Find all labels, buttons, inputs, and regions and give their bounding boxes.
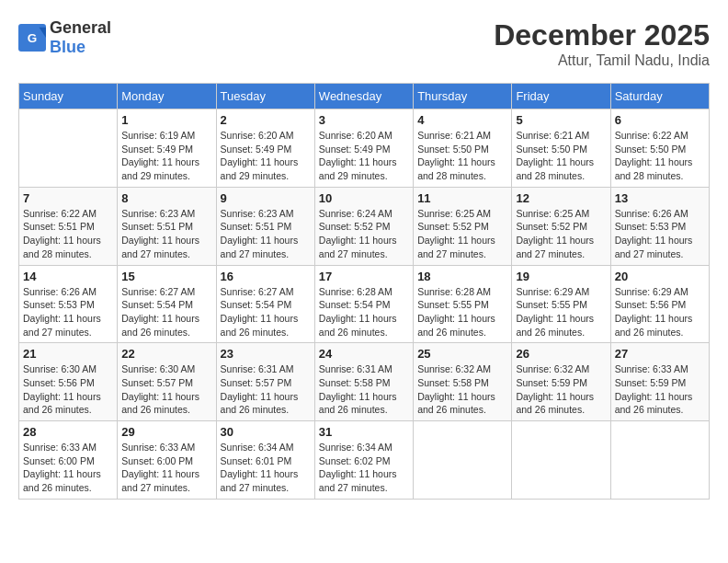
logo-text: General bbox=[50, 18, 111, 37]
day-cell: 5Sunrise: 6:21 AMSunset: 5:50 PMDaylight… bbox=[512, 109, 610, 188]
day-number: 10 bbox=[319, 191, 409, 205]
day-header-monday: Monday bbox=[118, 84, 216, 109]
day-cell: 12Sunrise: 6:25 AMSunset: 5:52 PMDayligh… bbox=[512, 187, 610, 265]
day-info: Sunrise: 6:22 AMSunset: 5:51 PMDaylight:… bbox=[23, 207, 113, 261]
day-info: Sunrise: 6:34 AMSunset: 6:01 PMDaylight:… bbox=[221, 441, 311, 495]
title-block: December 2025 Attur, Tamil Nadu, India bbox=[494, 18, 710, 69]
day-cell: 16Sunrise: 6:27 AMSunset: 5:54 PMDayligh… bbox=[216, 265, 314, 343]
location-subtitle: Attur, Tamil Nadu, India bbox=[494, 52, 710, 69]
day-cell: 25Sunrise: 6:32 AMSunset: 5:58 PMDayligh… bbox=[414, 343, 512, 421]
day-cell: 21Sunrise: 6:30 AMSunset: 5:56 PMDayligh… bbox=[19, 343, 118, 421]
day-cell: 26Sunrise: 6:32 AMSunset: 5:59 PMDayligh… bbox=[512, 343, 610, 421]
day-number: 6 bbox=[615, 113, 705, 127]
day-info: Sunrise: 6:28 AMSunset: 5:54 PMDaylight:… bbox=[319, 285, 409, 339]
day-number: 20 bbox=[615, 270, 705, 283]
day-cell: 27Sunrise: 6:33 AMSunset: 5:59 PMDayligh… bbox=[610, 343, 709, 421]
calendar-body: 1Sunrise: 6:19 AMSunset: 5:49 PMDaylight… bbox=[19, 109, 710, 500]
day-cell bbox=[414, 421, 512, 500]
day-header-friday: Friday bbox=[512, 84, 610, 109]
day-number: 12 bbox=[516, 191, 606, 205]
day-number: 26 bbox=[516, 347, 606, 361]
day-number: 27 bbox=[615, 347, 705, 361]
day-info: Sunrise: 6:34 AMSunset: 6:02 PMDaylight:… bbox=[319, 441, 409, 495]
day-info: Sunrise: 6:33 AMSunset: 6:00 PMDaylight:… bbox=[23, 441, 113, 495]
week-row-4: 21Sunrise: 6:30 AMSunset: 5:56 PMDayligh… bbox=[19, 343, 710, 421]
day-number: 5 bbox=[516, 113, 606, 127]
day-info: Sunrise: 6:29 AMSunset: 5:55 PMDaylight:… bbox=[516, 285, 606, 339]
day-cell: 24Sunrise: 6:31 AMSunset: 5:58 PMDayligh… bbox=[314, 343, 413, 421]
day-number: 24 bbox=[319, 347, 409, 361]
day-number: 1 bbox=[121, 113, 211, 127]
day-info: Sunrise: 6:22 AMSunset: 5:50 PMDaylight:… bbox=[615, 129, 705, 183]
day-header-tuesday: Tuesday bbox=[216, 84, 314, 109]
day-cell bbox=[512, 421, 610, 500]
day-info: Sunrise: 6:30 AMSunset: 5:57 PMDaylight:… bbox=[121, 362, 211, 417]
day-number: 7 bbox=[23, 191, 113, 205]
day-header-sunday: Sunday bbox=[19, 84, 118, 109]
logo: G General Blue bbox=[18, 18, 111, 57]
day-cell: 14Sunrise: 6:26 AMSunset: 5:53 PMDayligh… bbox=[19, 265, 118, 343]
month-title: December 2025 bbox=[494, 18, 710, 52]
day-info: Sunrise: 6:24 AMSunset: 5:52 PMDaylight:… bbox=[319, 207, 409, 261]
day-info: Sunrise: 6:19 AMSunset: 5:49 PMDaylight:… bbox=[121, 129, 211, 183]
day-cell: 7Sunrise: 6:22 AMSunset: 5:51 PMDaylight… bbox=[19, 187, 118, 265]
day-info: Sunrise: 6:26 AMSunset: 5:53 PMDaylight:… bbox=[23, 285, 113, 339]
day-number: 19 bbox=[516, 270, 606, 283]
day-info: Sunrise: 6:31 AMSunset: 5:57 PMDaylight:… bbox=[221, 362, 311, 417]
day-cell bbox=[19, 109, 118, 188]
day-number: 4 bbox=[417, 113, 507, 127]
day-cell: 20Sunrise: 6:29 AMSunset: 5:56 PMDayligh… bbox=[610, 265, 709, 343]
day-info: Sunrise: 6:23 AMSunset: 5:51 PMDaylight:… bbox=[121, 207, 211, 261]
day-info: Sunrise: 6:20 AMSunset: 5:49 PMDaylight:… bbox=[319, 129, 409, 183]
day-cell: 31Sunrise: 6:34 AMSunset: 6:02 PMDayligh… bbox=[314, 421, 413, 500]
day-info: Sunrise: 6:25 AMSunset: 5:52 PMDaylight:… bbox=[417, 207, 507, 261]
day-number: 14 bbox=[23, 270, 113, 283]
day-cell: 18Sunrise: 6:28 AMSunset: 5:55 PMDayligh… bbox=[414, 265, 512, 343]
day-info: Sunrise: 6:26 AMSunset: 5:53 PMDaylight:… bbox=[615, 207, 705, 261]
day-info: Sunrise: 6:28 AMSunset: 5:55 PMDaylight:… bbox=[417, 285, 507, 339]
day-cell: 8Sunrise: 6:23 AMSunset: 5:51 PMDaylight… bbox=[118, 187, 216, 265]
day-number: 31 bbox=[319, 425, 409, 439]
logo-icon: G bbox=[18, 24, 46, 52]
day-number: 17 bbox=[319, 270, 409, 283]
day-cell: 23Sunrise: 6:31 AMSunset: 5:57 PMDayligh… bbox=[216, 343, 314, 421]
day-info: Sunrise: 6:23 AMSunset: 5:51 PMDaylight:… bbox=[221, 207, 311, 261]
day-number: 8 bbox=[121, 191, 211, 205]
day-headers-row: SundayMondayTuesdayWednesdayThursdayFrid… bbox=[19, 84, 710, 109]
day-number: 13 bbox=[615, 191, 705, 205]
day-number: 29 bbox=[121, 425, 211, 439]
day-number: 28 bbox=[23, 425, 113, 439]
day-number: 23 bbox=[221, 347, 311, 361]
day-info: Sunrise: 6:30 AMSunset: 5:56 PMDaylight:… bbox=[23, 362, 113, 417]
week-row-2: 7Sunrise: 6:22 AMSunset: 5:51 PMDaylight… bbox=[19, 187, 710, 265]
day-info: Sunrise: 6:27 AMSunset: 5:54 PMDaylight:… bbox=[221, 285, 311, 339]
day-number: 25 bbox=[417, 347, 507, 361]
week-row-5: 28Sunrise: 6:33 AMSunset: 6:00 PMDayligh… bbox=[19, 421, 710, 500]
page-header: G General Blue December 2025 Attur, Tami… bbox=[18, 18, 710, 69]
day-number: 18 bbox=[417, 270, 507, 283]
day-number: 9 bbox=[221, 191, 311, 205]
day-cell: 1Sunrise: 6:19 AMSunset: 5:49 PMDaylight… bbox=[118, 109, 216, 188]
day-cell: 15Sunrise: 6:27 AMSunset: 5:54 PMDayligh… bbox=[118, 265, 216, 343]
day-info: Sunrise: 6:21 AMSunset: 5:50 PMDaylight:… bbox=[516, 129, 606, 183]
day-cell: 13Sunrise: 6:26 AMSunset: 5:53 PMDayligh… bbox=[610, 187, 709, 265]
calendar-table: SundayMondayTuesdayWednesdayThursdayFrid… bbox=[18, 83, 710, 500]
day-cell: 10Sunrise: 6:24 AMSunset: 5:52 PMDayligh… bbox=[314, 187, 413, 265]
day-header-saturday: Saturday bbox=[610, 84, 709, 109]
day-info: Sunrise: 6:29 AMSunset: 5:56 PMDaylight:… bbox=[615, 285, 705, 339]
day-cell: 29Sunrise: 6:33 AMSunset: 6:00 PMDayligh… bbox=[118, 421, 216, 500]
day-number: 11 bbox=[417, 191, 507, 205]
svg-text:G: G bbox=[28, 31, 38, 45]
day-cell: 11Sunrise: 6:25 AMSunset: 5:52 PMDayligh… bbox=[414, 187, 512, 265]
day-info: Sunrise: 6:25 AMSunset: 5:52 PMDaylight:… bbox=[516, 207, 606, 261]
day-info: Sunrise: 6:32 AMSunset: 5:59 PMDaylight:… bbox=[516, 362, 606, 417]
day-number: 3 bbox=[319, 113, 409, 127]
day-header-thursday: Thursday bbox=[414, 84, 512, 109]
day-info: Sunrise: 6:20 AMSunset: 5:49 PMDaylight:… bbox=[221, 129, 311, 183]
day-number: 21 bbox=[23, 347, 113, 361]
day-cell: 17Sunrise: 6:28 AMSunset: 5:54 PMDayligh… bbox=[314, 265, 413, 343]
day-number: 2 bbox=[221, 113, 311, 127]
week-row-1: 1Sunrise: 6:19 AMSunset: 5:49 PMDaylight… bbox=[19, 109, 710, 188]
day-info: Sunrise: 6:33 AMSunset: 6:00 PMDaylight:… bbox=[121, 441, 211, 495]
day-info: Sunrise: 6:21 AMSunset: 5:50 PMDaylight:… bbox=[417, 129, 507, 183]
